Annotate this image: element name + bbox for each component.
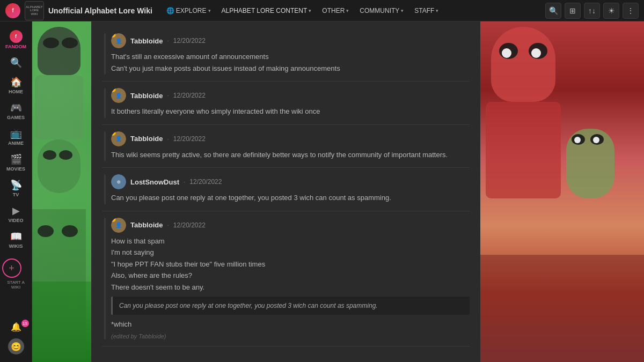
- comment-content: 🌼 👤 Tabbloide · 12/20/2022 This wiki see…: [111, 131, 470, 161]
- other-label: OTHER: [322, 7, 345, 14]
- cartoon-eye-6: [62, 225, 78, 237]
- left-cartoon-background: [32, 21, 91, 362]
- start-wiki-button[interactable]: +: [2, 258, 21, 278]
- right-bg-bottom: [480, 255, 644, 362]
- nav-staff[interactable]: STAFF ▾: [410, 5, 443, 17]
- nav-community[interactable]: COMMUNITY ▾: [355, 5, 408, 17]
- fandom-sidebar-logo: f: [10, 30, 23, 43]
- comment-text: How is that spamI'm not saying"I hope PP…: [111, 236, 470, 330]
- sidebar-item-home[interactable]: 🏠 HOME: [2, 73, 30, 98]
- sidebar-video-label: VIDEO: [8, 218, 23, 223]
- home-icon: 🏠: [10, 76, 22, 88]
- sidebar-item-games[interactable]: 🎮 GAMES: [2, 99, 30, 123]
- sidebar-item-search[interactable]: 🔍: [2, 54, 30, 72]
- cartoon-eye-5: [38, 225, 54, 237]
- sidebar-anime-label: ANIME: [8, 141, 24, 146]
- sidebar-item-video[interactable]: ▶ VIDEO: [2, 202, 30, 226]
- comment-separator: ·: [184, 178, 185, 186]
- sidebar-notifications[interactable]: 🔔 15: [2, 319, 30, 335]
- cartoon-eye-1: [43, 38, 59, 48]
- nav-explore[interactable]: 🌐 EXPLORE ▾: [162, 5, 215, 17]
- comment-header: ❄ LostSnowDust · 12/20/2022: [111, 174, 470, 189]
- commenter-username[interactable]: Tabbloide: [130, 92, 163, 100]
- grid-button[interactable]: ⊞: [565, 3, 581, 19]
- more-options-button[interactable]: ⋮: [623, 3, 639, 19]
- chart-button[interactable]: ↑↓: [584, 3, 600, 19]
- fandom-logo[interactable]: f: [5, 3, 20, 18]
- search-button[interactable]: 🔍: [545, 3, 561, 19]
- commenter-avatar: 🌼 👤: [111, 131, 126, 146]
- comment-content: 🌼 👤 Tabbloide · 12/20/2022 That's still …: [111, 33, 470, 75]
- right-cartoon-head: [491, 27, 555, 102]
- comment-content: 🌼 👤 Tabbloide · 12/20/2022 It bothers li…: [111, 88, 470, 118]
- comment-date: 12/20/2022: [173, 221, 206, 229]
- comment-line: There doesn't seem to be any.: [111, 282, 470, 293]
- comment-block: 🌼 👤 Tabbloide · 12/20/2022 How is that s…: [102, 211, 470, 346]
- bell-icon: 🔔: [11, 322, 21, 332]
- nav-other[interactable]: OTHER ▾: [318, 5, 353, 17]
- sidebar-bottom: 🔔 15 😊: [2, 319, 30, 357]
- comment-block: ❄ LostSnowDust · 12/20/2022 Can you plea…: [102, 168, 470, 211]
- comment-header: 🌼 👤 Tabbloide · 12/20/2022: [111, 88, 470, 103]
- commenter-username[interactable]: Tabbloide: [130, 221, 163, 229]
- comment-block: 🌼 👤 Tabbloide · 12/20/2022 That's still …: [102, 27, 470, 82]
- user-avatar[interactable]: 😊: [8, 338, 24, 354]
- comment-line: Can't you just make posts about issues i…: [111, 63, 470, 74]
- comment-content: ❄ LostSnowDust · 12/20/2022 Can you plea…: [111, 174, 470, 204]
- commenter-username[interactable]: Tabbloide: [130, 37, 163, 45]
- cartoon-shape-3: [38, 139, 80, 193]
- search-icon: 🔍: [10, 57, 22, 69]
- comment-line: I'm not saying: [111, 247, 470, 258]
- commenter-username[interactable]: LostSnowDust: [130, 178, 179, 186]
- comment-date: 12/20/2022: [173, 135, 206, 143]
- start-wiki-label: START AWIKI: [2, 280, 30, 290]
- flower-badge-icon: 🌼: [111, 33, 116, 38]
- comment-header: 🌼 👤 Tabbloide · 12/20/2022: [111, 218, 470, 233]
- nav-alphabet-lore-content[interactable]: ALPHABET LORE CONTENT ▾: [217, 5, 316, 17]
- comment-thread-line: [104, 218, 106, 339]
- anime-icon: 📺: [10, 128, 22, 139]
- comment-text: That's still an excessive amount of anno…: [111, 51, 470, 73]
- comment-line: Can you please post one reply at one tog…: [111, 193, 470, 203]
- sidebar-item-movies[interactable]: 🎬 MOVIES: [2, 150, 30, 175]
- chevron-down-icon: ▾: [436, 8, 438, 13]
- commenter-avatar: 🌼 👤: [111, 33, 126, 48]
- comment-separator: ·: [167, 221, 169, 229]
- top-navigation: f ALPHABETLOREWIKI Unofficial Alphabet L…: [0, 0, 644, 21]
- comment-separator: ·: [167, 135, 169, 143]
- comment-date: 12/20/2022: [189, 178, 222, 186]
- theme-toggle-button[interactable]: ☀: [603, 3, 619, 19]
- cartoon-eye-4: [59, 150, 72, 160]
- comment-line: That's still an excessive amount of anno…: [111, 51, 470, 62]
- edited-note: (edited by Tabbloide): [111, 333, 470, 339]
- sidebar-item-fandom[interactable]: f FANDOM: [2, 27, 30, 53]
- flower-badge-icon: 🌼: [111, 88, 116, 92]
- chevron-down-icon: ▾: [208, 8, 211, 13]
- sidebar-item-tv[interactable]: 📡 TV: [2, 176, 30, 201]
- commenter-avatar: ❄: [111, 174, 126, 189]
- comment-after-quote-line: *which: [111, 319, 470, 330]
- right-body: [486, 102, 561, 198]
- comment-separator: ·: [167, 37, 169, 45]
- nav-links: 🌐 EXPLORE ▾ ALPHABET LORE CONTENT ▾ OTHE…: [162, 5, 443, 17]
- chevron-down-icon: ▾: [309, 8, 311, 13]
- explore-label: EXPLORE: [176, 7, 207, 14]
- comment-line: This wiki seems pretty active, so there …: [111, 150, 470, 160]
- right-green-eye-white-2: [593, 137, 599, 143]
- sidebar-item-wikis[interactable]: 📖 WIKIS: [2, 227, 30, 252]
- sidebar-item-anime[interactable]: 📺 ANIME: [2, 124, 30, 149]
- comment-header: 🌼 👤 Tabbloide · 12/20/2022: [111, 33, 470, 48]
- comment-line: It bothers literally everyone who simply…: [111, 106, 470, 117]
- staff-label: STAFF: [414, 7, 434, 14]
- comment-text: This wiki seems pretty active, so there …: [111, 150, 470, 160]
- main-layout: f FANDOM 🔍 🏠 HOME 🎮 GAMES 📺 ANIME 🎬 MOVI…: [0, 21, 644, 362]
- right-green-eye-white-1: [574, 137, 581, 143]
- comments-content-area[interactable]: 🌼 👤 Tabbloide · 12/20/2022 That's still …: [91, 21, 480, 362]
- sidebar-tv-label: TV: [13, 192, 19, 197]
- commenter-avatar: 🌼 👤: [111, 218, 126, 233]
- wiki-title: Unofficial Alphabet Lore Wiki: [48, 6, 152, 15]
- notification-badge: 15: [21, 320, 29, 327]
- logo-area: f ALPHABETLOREWIKI Unofficial Alphabet L…: [5, 1, 152, 20]
- sidebar-wikis-label: WIKIS: [9, 243, 23, 249]
- commenter-username[interactable]: Tabbloide: [130, 135, 163, 143]
